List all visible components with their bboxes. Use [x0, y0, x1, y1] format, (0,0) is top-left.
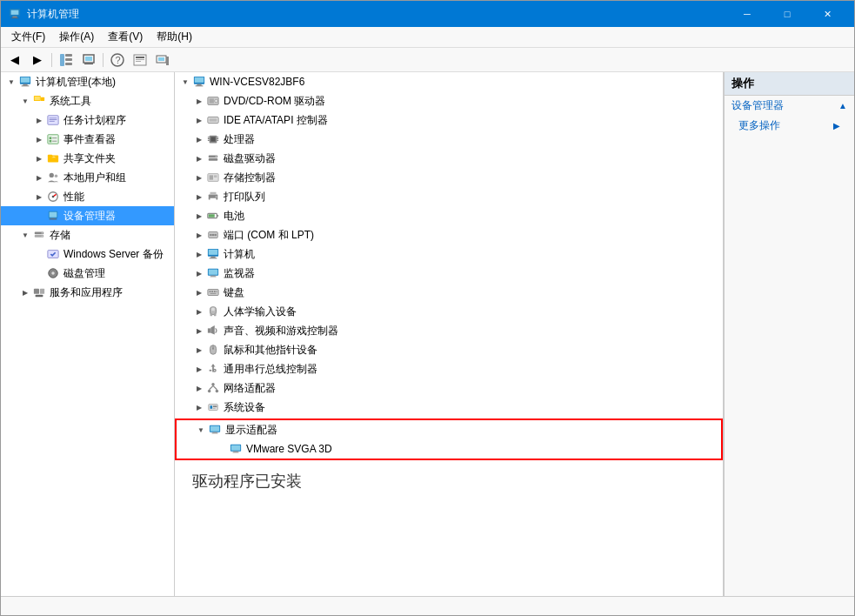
svg-rect-60: [196, 85, 204, 86]
tree-shared-folders[interactable]: 共享文件夹: [1, 149, 174, 168]
action-device-manager[interactable]: 设备管理器 ▲: [725, 96, 854, 116]
tree-performance[interactable]: 性能: [1, 187, 174, 206]
hid-label: 人体学输入设备: [224, 305, 297, 319]
printer-label: 打印队列: [224, 190, 265, 204]
toolbar-separator-2: [103, 53, 104, 67]
svg-rect-2: [12, 17, 17, 18]
backup-icon: [46, 247, 60, 261]
tree-task-scheduler[interactable]: 任务计划程序: [1, 110, 174, 130]
battery-expander: [192, 209, 206, 223]
svg-rect-79: [214, 175, 217, 177]
svg-rect-72: [217, 138, 218, 139]
svg-line-119: [213, 385, 217, 389]
device-processor[interactable]: 处理器: [175, 130, 723, 149]
svg-rect-36: [52, 141, 57, 142]
status-bar: [1, 596, 854, 615]
device-manager-expander: [32, 209, 46, 223]
device-display-adapter[interactable]: 显示适配器: [177, 420, 721, 439]
ide-label: IDE ATA/ATAPI 控制器: [224, 113, 328, 128]
svg-rect-3: [11, 17, 19, 18]
device-sound[interactable]: 声音、视频和游戏控制器: [175, 321, 723, 340]
device-network[interactable]: 网络适配器: [175, 378, 723, 398]
svg-rect-59: [197, 84, 201, 86]
svg-rect-30: [50, 119, 57, 120]
minimize-button[interactable]: ─: [727, 1, 767, 27]
tree-device-manager[interactable]: 设备管理器: [1, 206, 174, 225]
tree-services-apps[interactable]: 服务和应用程序: [1, 283, 174, 302]
sound-expander: [192, 324, 206, 338]
printer-expander: [192, 190, 206, 204]
svg-rect-81: [210, 192, 217, 195]
computer-icon: [206, 247, 220, 261]
keyboard-icon: [206, 285, 220, 299]
svg-rect-78: [210, 175, 213, 179]
main-content: 计算机管理(本地) 系统工具: [1, 72, 854, 596]
svg-rect-126: [212, 432, 217, 433]
svg-point-117: [216, 390, 219, 393]
svg-rect-65: [210, 118, 217, 122]
device-mouse[interactable]: 鼠标和其他指针设备: [175, 340, 723, 359]
menu-help[interactable]: 帮助(H): [150, 28, 199, 46]
menu-action[interactable]: 操作(A): [52, 28, 101, 46]
up-button[interactable]: [78, 50, 99, 70]
svg-rect-11: [84, 64, 93, 64]
device-hid[interactable]: 人体学输入设备: [175, 302, 723, 321]
window-controls: ─ □ ✕: [727, 1, 847, 27]
tree-system-tools[interactable]: 系统工具: [1, 91, 174, 110]
storage-icon: [32, 228, 46, 242]
device-computer[interactable]: 计算机: [175, 244, 723, 264]
svg-rect-5: [65, 54, 72, 57]
show-hide-tree-button[interactable]: [56, 50, 77, 70]
device-battery[interactable]: 电池: [175, 206, 723, 225]
device-vmware-svga[interactable]: VMware SVGA 3D: [177, 439, 721, 459]
disk-expander: [192, 151, 206, 165]
svg-point-114: [213, 369, 216, 372]
device-storage-ctrl[interactable]: 存储控制器: [175, 168, 723, 187]
svg-rect-24: [22, 85, 30, 86]
back-button[interactable]: ◀: [4, 50, 25, 70]
menu-file[interactable]: 文件(F): [4, 28, 52, 46]
svg-rect-97: [210, 276, 215, 277]
device-root-node[interactable]: WIN-VCESV82JBF6: [175, 72, 723, 91]
ide-expander: [192, 113, 206, 127]
device-ports[interactable]: 端口 (COM 和 LPT): [175, 225, 723, 244]
device-system[interactable]: 系统设备: [175, 398, 723, 417]
system-tools-expander: [18, 94, 32, 108]
hid-expander: [192, 305, 206, 318]
device-keyboard[interactable]: 键盘: [175, 283, 723, 302]
device-monitor[interactable]: 监视器: [175, 264, 723, 283]
tree-storage[interactable]: 存储: [1, 225, 174, 244]
device-dvdrom[interactable]: DVD/CD-ROM 驱动器: [175, 91, 723, 110]
tree-disk-management[interactable]: 磁盘管理: [1, 264, 174, 283]
action-more-actions[interactable]: 更多操作 ▶: [725, 116, 854, 136]
annotation-text: 驱动程序已安装: [175, 471, 302, 492]
svg-rect-73: [217, 140, 218, 141]
properties-button[interactable]: [130, 50, 150, 70]
maximize-button[interactable]: □: [767, 1, 807, 27]
help-button[interactable]: ?: [107, 50, 128, 70]
tree-event-viewer[interactable]: 事件查看器: [1, 130, 174, 149]
tree-local-users[interactable]: 本地用户和组: [1, 168, 174, 187]
disk-label: 磁盘驱动器: [224, 151, 276, 166]
display-expander: [194, 423, 208, 437]
display-adapter-group: 显示适配器 VMware SVGA 3D: [175, 418, 723, 460]
menu-view[interactable]: 查看(V): [101, 28, 150, 46]
device-printer[interactable]: 打印队列: [175, 187, 723, 206]
svg-point-76: [216, 156, 217, 157]
svg-rect-104: [210, 293, 217, 294]
system-icon: [206, 400, 220, 414]
svg-rect-101: [211, 291, 213, 292]
battery-label: 电池: [224, 209, 244, 224]
close-button[interactable]: ✕: [807, 1, 847, 27]
tree-windows-backup[interactable]: Windows Server 备份: [1, 244, 174, 264]
svg-point-88: [210, 234, 212, 237]
svg-rect-96: [209, 270, 218, 275]
run-button[interactable]: [152, 50, 173, 70]
event-viewer-label: 事件查看器: [63, 132, 116, 147]
device-ide[interactable]: IDE ATA/ATAPI 控制器: [175, 110, 723, 130]
svg-text:?: ?: [116, 55, 121, 65]
tree-root[interactable]: 计算机管理(本地): [1, 72, 174, 91]
device-disk[interactable]: 磁盘驱动器: [175, 149, 723, 168]
forward-button[interactable]: ▶: [27, 50, 48, 70]
device-usb[interactable]: 通用串行总线控制器: [175, 359, 723, 378]
